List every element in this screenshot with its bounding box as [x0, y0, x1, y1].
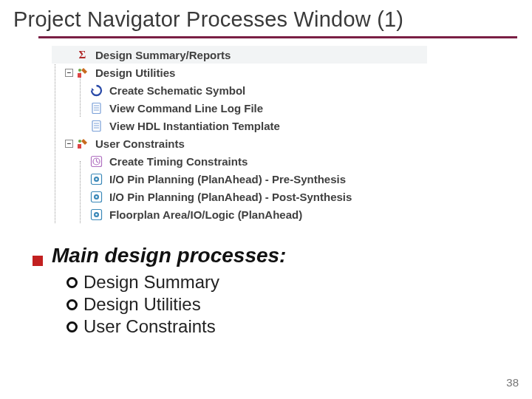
cycle-icon	[90, 84, 103, 97]
tools-icon	[76, 66, 89, 79]
circle-bullet-icon	[66, 277, 78, 288]
collapse-icon[interactable]: −	[65, 140, 73, 148]
body-content: Main design processes: Design Summary De…	[13, 244, 519, 337]
tree-item-pin-pre[interactable]: I/O Pin Planning (PlanAhead) - Pre-Synth…	[52, 170, 427, 188]
circle-bullet-icon	[66, 299, 78, 310]
svg-rect-10	[78, 144, 81, 149]
page-number: 38	[506, 376, 519, 389]
tree-item-create-schematic[interactable]: Create Schematic Symbol	[52, 81, 427, 99]
document-icon	[90, 102, 103, 115]
svg-point-24	[95, 214, 98, 216]
document-icon	[90, 120, 103, 132]
svg-point-11	[78, 140, 81, 143]
svg-rect-0	[78, 73, 81, 78]
list-item: User Constraints	[83, 316, 216, 337]
divider	[38, 36, 517, 38]
tools-icon	[76, 137, 89, 150]
tree-label: Create Schematic Symbol	[109, 84, 245, 97]
bullet-lvl1: Main design processes:	[33, 244, 519, 267]
circle-bullet-icon	[66, 321, 78, 332]
clock-icon	[90, 155, 103, 168]
sigma-icon: Σ	[76, 49, 89, 61]
heading-text: Main design processes:	[52, 244, 286, 267]
svg-point-1	[78, 69, 81, 72]
svg-point-21	[95, 196, 98, 198]
pin-icon	[90, 208, 103, 221]
tree-item-view-cmdlog[interactable]: View Command Line Log File	[52, 99, 427, 117]
tree-item-timing-constraints[interactable]: Create Timing Constraints	[52, 152, 427, 170]
list-item: Design Summary	[83, 272, 219, 293]
pin-icon	[90, 173, 103, 185]
tree-label: Create Timing Constraints	[109, 155, 248, 168]
tree-item-user-constraints[interactable]: − User Constraints	[52, 134, 427, 152]
bullet-lvl2: Design Summary	[66, 272, 519, 293]
square-bullet-icon	[33, 256, 43, 266]
tree-item-floorplan[interactable]: Floorplan Area/IO/Logic (PlanAhead)	[52, 205, 427, 223]
pin-icon	[90, 191, 103, 203]
tree-item-design-utilities[interactable]: − Design Utilities	[52, 64, 427, 81]
svg-point-18	[95, 178, 98, 180]
tree-item-design-summary[interactable]: Σ Design Summary/Reports	[52, 46, 427, 64]
tree-label: Design Summary/Reports	[95, 49, 231, 61]
tree-item-view-hdl[interactable]: View HDL Instantiation Template	[52, 117, 427, 134]
collapse-icon[interactable]: −	[65, 69, 73, 77]
process-tree: Σ Design Summary/Reports − Design Utilit…	[13, 46, 427, 223]
tree-label: User Constraints	[95, 137, 185, 150]
tree-label: View Command Line Log File	[109, 102, 263, 115]
tree-label: Floorplan Area/IO/Logic (PlanAhead)	[109, 208, 302, 221]
tree-item-pin-post[interactable]: I/O Pin Planning (PlanAhead) - Post-Synt…	[52, 188, 427, 205]
page-title: Project Navigator Processes Window (1)	[13, 7, 519, 32]
tree-label: I/O Pin Planning (PlanAhead) - Post-Synt…	[109, 191, 352, 203]
tree-label: I/O Pin Planning (PlanAhead) - Pre-Synth…	[109, 173, 346, 185]
bullet-lvl2: User Constraints	[66, 316, 519, 337]
tree-label: Design Utilities	[95, 66, 175, 79]
bullet-lvl2: Design Utilities	[66, 294, 519, 315]
list-item: Design Utilities	[83, 294, 201, 315]
tree-label: View HDL Instantiation Template	[109, 120, 280, 132]
